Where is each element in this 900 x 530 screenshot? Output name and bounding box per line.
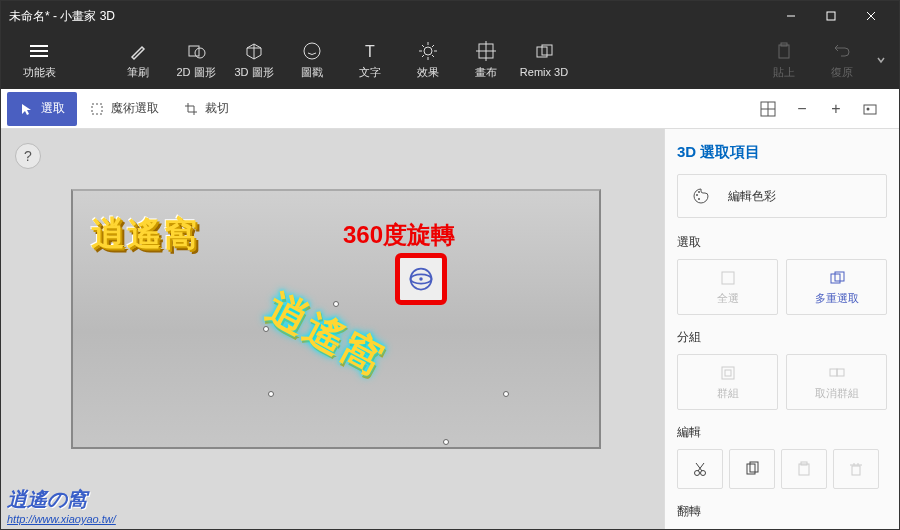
help-button[interactable]: ?	[15, 143, 41, 169]
svg-point-32	[867, 107, 870, 110]
group-icon	[719, 364, 737, 382]
paste-icon	[774, 41, 794, 61]
canvas-3d-text-2[interactable]: 逍遙窩	[257, 280, 394, 388]
svg-rect-43	[725, 370, 731, 376]
tab-magic-select[interactable]: 魔術選取	[77, 92, 171, 126]
tab-crop[interactable]: 裁切	[171, 92, 241, 126]
section-flip-label: 翻轉	[677, 503, 887, 520]
svg-line-16	[422, 45, 424, 47]
cursor-icon	[19, 101, 35, 117]
svg-rect-25	[779, 45, 789, 58]
ungroup-icon	[828, 364, 846, 382]
edit-color-button[interactable]: 編輯色彩	[677, 174, 887, 218]
selection-handle[interactable]	[443, 439, 449, 445]
side-panel: 3D 選取項目 編輯色彩 選取 全選 多重選取 分組	[664, 129, 899, 529]
svg-point-47	[701, 471, 706, 476]
svg-point-8	[195, 48, 205, 58]
ribbon-effects[interactable]: 效果	[399, 33, 457, 87]
ribbon-sticker[interactable]: 圖戳	[283, 33, 341, 87]
svg-point-35	[419, 277, 423, 281]
ribbon-undo[interactable]: 復原	[813, 33, 871, 87]
view-3d-button[interactable]	[853, 92, 887, 126]
tile-group[interactable]: 群組	[677, 354, 778, 410]
multi-select-icon	[828, 269, 846, 287]
menu-button[interactable]: 功能表	[9, 33, 69, 87]
text-icon: T	[360, 41, 380, 61]
ribbon-paste[interactable]: 貼上	[755, 33, 813, 87]
cut-icon	[692, 461, 708, 477]
tab-select[interactable]: 選取	[7, 92, 77, 126]
delete-button[interactable]	[833, 449, 879, 489]
brush-icon	[128, 41, 148, 61]
effects-icon	[418, 41, 438, 61]
shape2d-icon	[186, 41, 206, 61]
canvas[interactable]: 逍遙窩 360度旋轉 逍遙窩	[71, 189, 601, 449]
ribbon-2d[interactable]: 2D 圖形	[167, 33, 225, 87]
ribbon-more[interactable]	[871, 55, 891, 65]
rotate-3d-icon	[407, 265, 435, 293]
sticker-icon	[302, 41, 322, 61]
remix-icon	[534, 42, 554, 62]
maximize-button[interactable]	[811, 1, 851, 31]
title-bar: 未命名* - 小畫家 3D	[1, 1, 899, 31]
tile-multi-select[interactable]: 多重選取	[786, 259, 887, 315]
canvas-area[interactable]: ? 逍遙窩 360度旋轉 逍遙窩 逍遙の窩 http://www.xiaoyao…	[1, 129, 664, 529]
trash-icon	[848, 461, 864, 477]
svg-line-17	[432, 55, 434, 57]
svg-point-11	[424, 47, 432, 55]
svg-rect-42	[722, 367, 734, 379]
panel-title: 3D 選取項目	[677, 139, 887, 174]
ribbon-text[interactable]: T文字	[341, 33, 399, 87]
menu-icon	[29, 41, 49, 61]
minimize-button[interactable]	[771, 1, 811, 31]
svg-rect-31	[864, 105, 876, 114]
grid-button[interactable]	[751, 92, 785, 126]
annotation-text: 360度旋轉	[343, 219, 455, 251]
selection-handle[interactable]	[503, 391, 509, 397]
svg-rect-52	[799, 464, 809, 475]
zoom-in-button[interactable]: +	[819, 92, 853, 126]
svg-point-38	[698, 198, 700, 200]
canvas-3d-text-1[interactable]: 逍遙窩	[91, 211, 199, 257]
sub-toolbar: 選取 魔術選取 裁切 − +	[1, 89, 899, 129]
svg-point-46	[695, 471, 700, 476]
svg-point-9	[304, 43, 320, 59]
ribbon-canvas[interactable]: 畫布	[457, 33, 515, 87]
paste-button[interactable]	[781, 449, 827, 489]
svg-rect-7	[189, 46, 199, 56]
selection-handle[interactable]	[268, 391, 274, 397]
paste-icon	[796, 461, 812, 477]
undo-icon	[832, 41, 852, 61]
watermark-url: http://www.xiaoyao.tw/	[7, 513, 116, 525]
svg-rect-39	[722, 272, 734, 284]
svg-text:T: T	[365, 43, 375, 60]
ribbon-3d[interactable]: 3D 圖形	[225, 33, 283, 87]
canvas-icon	[476, 41, 496, 61]
watermark-title: 逍遙の窩	[7, 486, 116, 513]
copy-button[interactable]	[729, 449, 775, 489]
cut-button[interactable]	[677, 449, 723, 489]
svg-rect-54	[852, 466, 860, 475]
selection-handle[interactable]	[263, 326, 269, 332]
rotate-3d-handle[interactable]	[395, 253, 447, 305]
svg-point-36	[696, 194, 698, 196]
tile-ungroup[interactable]: 取消群組	[786, 354, 887, 410]
menu-label: 功能表	[23, 65, 56, 80]
ribbon-remix[interactable]: Remix 3D	[515, 33, 573, 87]
shape3d-icon	[244, 41, 264, 61]
svg-rect-27	[92, 104, 102, 114]
svg-rect-45	[837, 369, 844, 376]
ribbon: 功能表 筆刷 2D 圖形 3D 圖形 圖戳 T文字 效果 畫布 Remix 3D…	[1, 31, 899, 89]
svg-rect-44	[830, 369, 837, 376]
zoom-out-button[interactable]: −	[785, 92, 819, 126]
svg-line-18	[432, 45, 434, 47]
close-button[interactable]	[851, 1, 891, 31]
svg-rect-1	[827, 12, 835, 20]
crop-icon	[183, 101, 199, 117]
tile-select-all[interactable]: 全選	[677, 259, 778, 315]
ribbon-brush[interactable]: 筆刷	[109, 33, 167, 87]
selection-handle[interactable]	[333, 301, 339, 307]
magic-select-icon	[89, 101, 105, 117]
select-all-icon	[719, 269, 737, 287]
section-select-label: 選取	[677, 234, 887, 251]
